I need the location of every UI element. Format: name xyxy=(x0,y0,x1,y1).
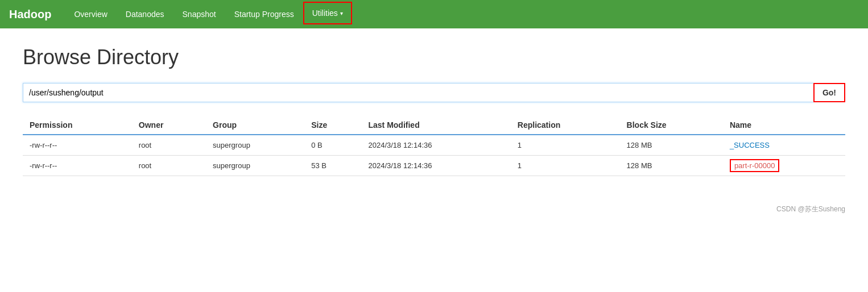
nav-menu: Overview Datanodes Snapshot Startup Prog… xyxy=(65,2,352,27)
nav-item-datanodes[interactable]: Datanodes xyxy=(117,2,173,27)
col-size: Size xyxy=(304,116,361,135)
cell-owner: root xyxy=(132,156,206,176)
cell-block-size: 128 MB xyxy=(620,135,723,156)
cell-permission: -rw-r--r-- xyxy=(23,135,132,156)
footer: CSDN @苏生Susheng xyxy=(0,199,868,220)
table-header: Permission Owner Group Size Last Modifie… xyxy=(23,116,845,135)
nav-link-snapshot[interactable]: Snapshot xyxy=(173,2,225,27)
cell-last-modified: 2024/3/18 12:14:36 xyxy=(361,135,510,156)
footer-text: CSDN @苏生Susheng xyxy=(776,205,845,213)
table-header-row: Permission Owner Group Size Last Modifie… xyxy=(23,116,845,135)
cell-permission: -rw-r--r-- xyxy=(23,156,132,176)
cell-name: part-r-00000 xyxy=(723,156,845,176)
cell-owner: root xyxy=(132,135,206,156)
col-owner: Owner xyxy=(132,116,206,135)
cell-replication: 1 xyxy=(511,156,620,176)
go-button[interactable]: Go! xyxy=(813,83,845,102)
cell-group: supergroup xyxy=(206,156,304,176)
nav-link-utilities[interactable]: Utilities ▾ xyxy=(303,2,352,24)
cell-replication: 1 xyxy=(511,135,620,156)
file-link-success[interactable]: _SUCCESS xyxy=(730,141,770,149)
main-content: Browse Directory Go! Permission Owner Gr… xyxy=(0,28,868,187)
nav-item-startup-progress[interactable]: Startup Progress xyxy=(225,2,303,27)
cell-size: 53 B xyxy=(304,156,361,176)
nav-link-datanodes[interactable]: Datanodes xyxy=(117,2,173,27)
col-block-size: Block Size xyxy=(620,116,723,135)
navbar: Hadoop Overview Datanodes Snapshot Start… xyxy=(0,0,868,28)
table-row: -rw-r--r-- root supergroup 53 B 2024/3/1… xyxy=(23,156,845,176)
cell-size: 0 B xyxy=(304,135,361,156)
path-input[interactable] xyxy=(23,83,813,102)
table-row: -rw-r--r-- root supergroup 0 B 2024/3/18… xyxy=(23,135,845,156)
path-area: Go! xyxy=(23,83,845,102)
col-name: Name xyxy=(723,116,845,135)
file-link-part[interactable]: part-r-00000 xyxy=(730,159,780,172)
cell-group: supergroup xyxy=(206,135,304,156)
cell-name: _SUCCESS xyxy=(723,135,845,156)
col-last-modified: Last Modified xyxy=(361,116,510,135)
directory-table: Permission Owner Group Size Last Modifie… xyxy=(23,116,845,176)
chevron-down-icon: ▾ xyxy=(340,10,343,16)
navbar-brand[interactable]: Hadoop xyxy=(9,8,51,21)
nav-link-startup-progress[interactable]: Startup Progress xyxy=(225,2,303,27)
nav-link-overview[interactable]: Overview xyxy=(65,2,116,27)
nav-item-utilities[interactable]: Utilities ▾ xyxy=(303,2,352,27)
cell-block-size: 128 MB xyxy=(620,156,723,176)
nav-item-snapshot[interactable]: Snapshot xyxy=(173,2,225,27)
col-group: Group xyxy=(206,116,304,135)
col-permission: Permission xyxy=(23,116,132,135)
page-title: Browse Directory xyxy=(23,45,845,69)
col-replication: Replication xyxy=(511,116,620,135)
cell-last-modified: 2024/3/18 12:14:36 xyxy=(361,156,510,176)
nav-item-overview[interactable]: Overview xyxy=(65,2,116,27)
table-body: -rw-r--r-- root supergroup 0 B 2024/3/18… xyxy=(23,135,845,176)
